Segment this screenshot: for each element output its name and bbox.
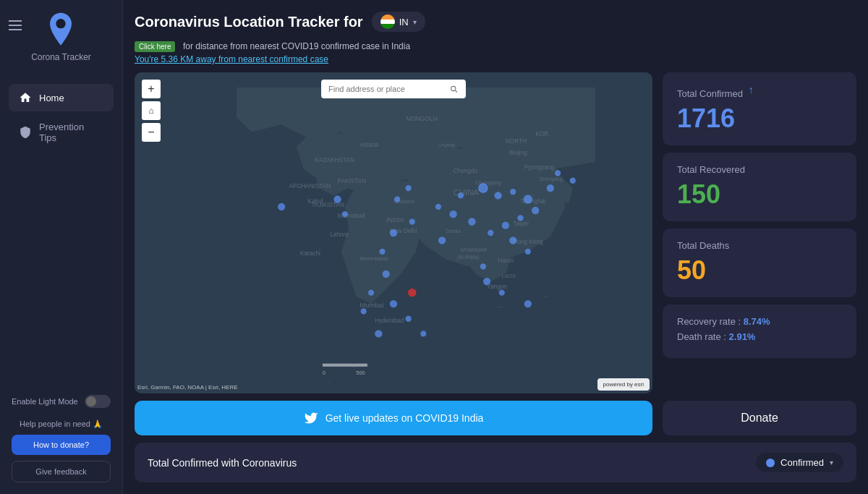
confirmed-card: Total Confirmed ↑ 1716 bbox=[663, 72, 856, 145]
zoom-out-button[interactable]: − bbox=[142, 123, 161, 142]
how-to-donate-button[interactable]: How to donate? bbox=[12, 435, 111, 455]
death-rate-row: Death rate : 2.91% bbox=[677, 331, 842, 342]
confirmed-dot bbox=[766, 459, 775, 467]
svg-point-78 bbox=[394, 196, 400, 202]
feedback-button[interactable]: Give feedback bbox=[12, 461, 111, 482]
toggle-dot bbox=[86, 396, 96, 406]
svg-text:Astana: Astana bbox=[360, 142, 379, 148]
chevron-down-icon: ▾ bbox=[413, 18, 417, 26]
svg-text:Pyongyang: Pyongyang bbox=[524, 164, 555, 171]
svg-text:MONGOLIA: MONGOLIA bbox=[407, 116, 439, 122]
svg-text:Hyderabad: Hyderabad bbox=[375, 318, 404, 324]
app-name: Corona Tracker bbox=[31, 52, 91, 62]
svg-text:PAKISTAN: PAKISTAN bbox=[338, 178, 367, 184]
svg-text:Taipei: Taipei bbox=[513, 221, 529, 227]
info-description: for distance from nearest COVID19 confir… bbox=[183, 41, 410, 51]
light-mode-label: Enable Light Mode bbox=[12, 397, 78, 406]
svg-point-61 bbox=[379, 249, 385, 255]
click-here-badge[interactable]: Click here bbox=[135, 41, 175, 52]
svg-point-52 bbox=[468, 218, 475, 225]
bottom-row: Get live updates on COVID19 India Donate bbox=[135, 401, 856, 435]
map-area[interactable]: CHINA INDIA PAKISTAN KAZAKHSTAN Astana M… bbox=[135, 72, 652, 393]
svg-point-60 bbox=[390, 229, 397, 237]
twitter-icon bbox=[304, 411, 318, 425]
svg-text:LAOS: LAOS bbox=[502, 273, 516, 279]
main-content: Coronavirus Location Tracker for IN ▾ Cl… bbox=[123, 0, 868, 494]
deaths-label: Total Deaths bbox=[677, 240, 842, 251]
svg-point-51 bbox=[488, 230, 493, 236]
hamburger-menu[interactable] bbox=[9, 20, 22, 30]
svg-text:Islamabad: Islamabad bbox=[338, 213, 365, 219]
svg-point-46 bbox=[510, 189, 516, 195]
svg-text:500: 500 bbox=[356, 370, 365, 376]
svg-point-69 bbox=[409, 289, 416, 296]
svg-text:KAZAKHSTAN: KAZAKHSTAN bbox=[315, 157, 354, 163]
sidebar-item-prevention[interactable]: Prevention Tips bbox=[9, 114, 114, 150]
search-icon bbox=[449, 84, 459, 94]
sidebar-home-label: Home bbox=[39, 93, 64, 103]
svg-text:...: ... bbox=[326, 378, 331, 384]
svg-text:Chengdu: Chengdu bbox=[454, 168, 478, 174]
country-selector[interactable]: IN ▾ bbox=[372, 12, 425, 32]
confirmed-selector[interactable]: Confirmed ▾ bbox=[756, 453, 843, 472]
svg-text:Mumbai: Mumbai bbox=[360, 302, 384, 309]
recovered-card: Total Recovered 150 bbox=[663, 153, 856, 221]
twitter-label: Get live updates on COVID19 India bbox=[326, 412, 484, 424]
page-title: Coronavirus Location Tracker for bbox=[135, 14, 363, 30]
death-rate-label: Death rate : bbox=[677, 331, 726, 342]
map-search-input[interactable] bbox=[328, 85, 445, 93]
svg-point-70 bbox=[333, 195, 341, 203]
svg-text:NORTH: NORTH bbox=[506, 138, 527, 145]
twitter-button[interactable]: Get live updates on COVID19 India bbox=[135, 401, 652, 435]
svg-point-72 bbox=[278, 203, 285, 210]
svg-point-56 bbox=[547, 184, 554, 192]
deaths-value: 50 bbox=[677, 255, 842, 286]
esri-logo: powered by esri bbox=[597, 378, 650, 391]
svg-point-73 bbox=[483, 278, 490, 285]
map-attribution: Esri, Garmin, FAO, NOAA | Esri, HERE bbox=[137, 384, 238, 391]
svg-point-0 bbox=[56, 19, 66, 28]
svg-text:Dhaka: Dhaka bbox=[446, 228, 461, 234]
svg-point-66 bbox=[361, 308, 367, 314]
svg-text:0: 0 bbox=[323, 370, 326, 376]
rates-card: Recovery rate : 8.74% Death rate : 2.91% bbox=[663, 305, 856, 358]
svg-text:...: ... bbox=[543, 291, 548, 298]
svg-point-50 bbox=[502, 222, 509, 229]
recovery-rate-label: Recovery rate : bbox=[677, 316, 741, 327]
svg-point-80 bbox=[438, 237, 446, 244]
sidebar: Corona Tracker Home Prevention Tips Enab… bbox=[0, 0, 123, 494]
map-search-box bbox=[321, 80, 466, 98]
svg-point-75 bbox=[524, 300, 532, 307]
donate-button[interactable]: Donate bbox=[663, 401, 856, 435]
svg-text:CHINA: CHINA bbox=[454, 188, 480, 197]
zoom-in-button[interactable]: + bbox=[142, 80, 161, 98]
sidebar-item-home[interactable]: Home bbox=[9, 84, 114, 111]
svg-text:Shenyang: Shenyang bbox=[539, 176, 563, 182]
confirmed-superscript: ↑ bbox=[749, 84, 754, 95]
country-code: IN bbox=[399, 17, 409, 27]
svg-point-62 bbox=[383, 271, 390, 278]
svg-text:Karachi: Karachi bbox=[300, 250, 320, 257]
svg-text:Chongqing: Chongqing bbox=[476, 179, 501, 186]
svg-point-64 bbox=[390, 300, 397, 307]
svg-rect-41 bbox=[323, 364, 367, 367]
svg-text:Lahore: Lahore bbox=[330, 231, 349, 238]
content-row: CHINA INDIA PAKISTAN KAZAKHSTAN Astana M… bbox=[135, 72, 856, 393]
svg-point-68 bbox=[420, 331, 426, 336]
distance-text[interactable]: You're 5.36 KM away from nearest confirm… bbox=[135, 54, 328, 64]
svg-point-47 bbox=[524, 195, 532, 203]
light-mode-toggle[interactable] bbox=[85, 395, 111, 408]
svg-text:...: ... bbox=[498, 302, 503, 309]
recovered-value: 150 bbox=[677, 179, 842, 210]
svg-point-54 bbox=[435, 204, 441, 210]
svg-point-44 bbox=[479, 184, 488, 192]
svg-point-77 bbox=[406, 185, 412, 191]
svg-text:INDIA: INDIA bbox=[386, 216, 405, 223]
svg-point-58 bbox=[509, 237, 516, 244]
home-button[interactable]: ⌂ bbox=[142, 101, 161, 120]
svg-point-63 bbox=[368, 289, 374, 295]
death-rate-value: 2.91% bbox=[729, 331, 756, 342]
svg-point-79 bbox=[555, 170, 561, 176]
svg-text:Urumqi: Urumqi bbox=[438, 142, 456, 148]
svg-text:Yangon: Yangon bbox=[487, 284, 507, 290]
